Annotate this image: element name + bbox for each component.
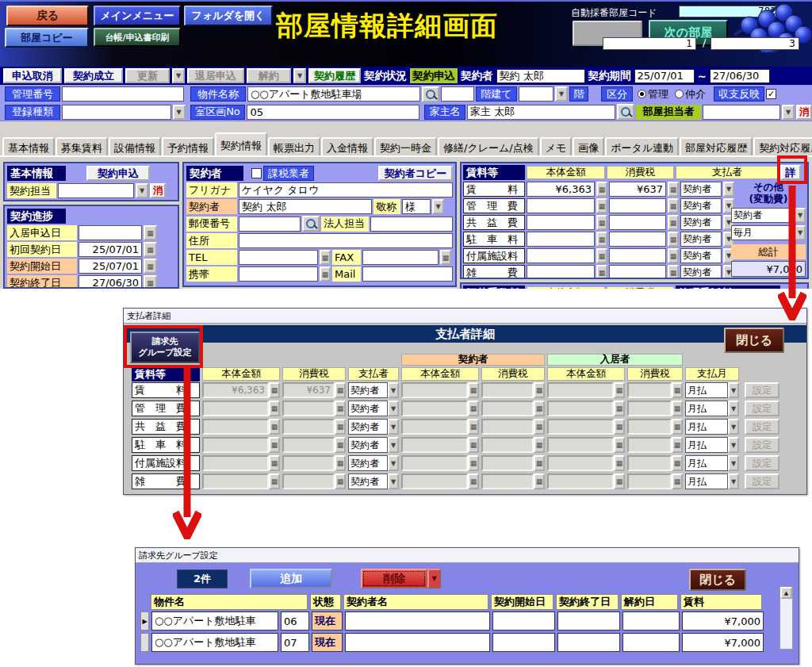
renew-button[interactable]: 更新 bbox=[125, 68, 170, 83]
calc-icon[interactable]: ▦ bbox=[614, 382, 625, 398]
tenant-tax-field[interactable] bbox=[627, 473, 672, 489]
contractor-amount-field[interactable] bbox=[401, 437, 468, 453]
contractor-name-field[interactable]: 契約 太郎 bbox=[496, 69, 585, 83]
tenant-amount-field[interactable] bbox=[547, 437, 614, 453]
property-name-field[interactable]: ○○アパート敷地駐車場 bbox=[247, 86, 420, 102]
calc-icon[interactable]: ▦ bbox=[672, 455, 683, 471]
calc-icon[interactable]: ▦ bbox=[335, 419, 346, 435]
contract-staff-clear-button[interactable]: 消 bbox=[150, 183, 166, 198]
ledger-print-button[interactable]: 台帳/申込書印刷 bbox=[94, 28, 181, 47]
fee-amount-field[interactable]: ¥6,363 bbox=[527, 182, 595, 197]
calc-icon[interactable]: ▦ bbox=[672, 437, 683, 453]
contractor-tax-field[interactable] bbox=[481, 455, 534, 471]
amount-field[interactable] bbox=[202, 437, 269, 453]
tab-image[interactable]: 画像 bbox=[573, 137, 604, 155]
contractor-tax-field[interactable] bbox=[481, 382, 534, 398]
calc-icon[interactable]: ▦ bbox=[668, 182, 679, 197]
table-row[interactable]: ○○アパート敷地駐車 07 現在 ¥7,000 bbox=[140, 633, 764, 652]
contract-staff-field[interactable] bbox=[58, 183, 134, 198]
floor-dropdown-button[interactable]: ▼ bbox=[555, 86, 568, 102]
calc-icon[interactable]: ▦ bbox=[335, 382, 346, 398]
keypad-icon[interactable]: ▦ bbox=[320, 266, 331, 282]
contractor-tax-field[interactable] bbox=[481, 419, 534, 435]
calc-icon[interactable]: ▦ bbox=[668, 198, 679, 213]
calc-icon[interactable]: ▦ bbox=[534, 401, 545, 416]
amount-field[interactable] bbox=[202, 455, 269, 471]
room-staff-clear-button[interactable]: 消 bbox=[796, 105, 812, 120]
division-manage-radio[interactable] bbox=[638, 90, 646, 98]
renew-dropdown-button[interactable]: ▼ bbox=[172, 68, 185, 83]
tab-repair-claim[interactable]: 修繕/クレーム/点検 bbox=[438, 137, 539, 155]
tab-room-history[interactable]: 部屋対応履歴 bbox=[680, 137, 753, 155]
contractor-amount-field[interactable] bbox=[401, 455, 468, 471]
calc-icon[interactable]: ▦ bbox=[269, 473, 280, 489]
contractor-name-field[interactable]: 契約 太郎 bbox=[239, 199, 372, 214]
room-no-field[interactable]: 05 bbox=[247, 105, 419, 120]
contractor-amount-field[interactable] bbox=[401, 382, 468, 398]
scrollbar[interactable]: ▲ bbox=[779, 586, 793, 650]
floors-count-field[interactable] bbox=[441, 86, 474, 102]
honorific-dropdown-button[interactable]: ▼ bbox=[432, 199, 444, 214]
tab-report-output[interactable]: 帳票出力 bbox=[268, 137, 320, 155]
payer-dropdown[interactable]: 契約者 bbox=[680, 265, 722, 279]
payer-dropdown[interactable]: 契約者 bbox=[348, 382, 388, 398]
furigana-field[interactable]: ケイヤク タロウ bbox=[239, 182, 453, 197]
tab-contract-info[interactable]: 契約情報 bbox=[215, 132, 267, 155]
tax-field[interactable] bbox=[282, 437, 335, 453]
keypad-icon[interactable]: ▦ bbox=[440, 250, 451, 265]
calc-icon[interactable]: ▦ bbox=[468, 382, 479, 398]
payer-dropdown[interactable]: 契約者 bbox=[680, 198, 722, 213]
table-row[interactable]: ▶ ○○アパート敷地駐車 06 現在 ¥7,000 bbox=[140, 611, 764, 631]
fee-amount-field[interactable] bbox=[527, 198, 595, 213]
tenant-amount-field[interactable] bbox=[547, 473, 614, 489]
calc-icon[interactable]: ▦ bbox=[672, 382, 683, 398]
payer-dropdown[interactable]: 契約者 bbox=[348, 437, 388, 453]
tenant-tax-field[interactable] bbox=[627, 382, 672, 398]
calc-icon[interactable]: ▦ bbox=[468, 419, 479, 435]
calc-icon[interactable]: ▦ bbox=[468, 401, 479, 416]
contractor-amount-field[interactable] bbox=[401, 419, 468, 435]
taxable-checkbox[interactable] bbox=[251, 168, 262, 178]
calc-icon[interactable]: ▦ bbox=[269, 455, 280, 471]
cancel-application-button[interactable]: 申込取消 bbox=[3, 68, 62, 83]
calc-icon[interactable]: ▦ bbox=[534, 419, 545, 435]
tab-deposit-info[interactable]: 入金情報 bbox=[321, 137, 373, 155]
contract-apply-button[interactable]: 契約申込 bbox=[86, 166, 150, 181]
tab-contract-history[interactable]: 契約対応履歴 bbox=[753, 137, 812, 155]
contract-end-date-field[interactable]: 27/06/30 bbox=[79, 275, 142, 289]
calc-icon[interactable]: ▦ bbox=[672, 401, 683, 416]
calc-icon[interactable]: ▦ bbox=[614, 419, 625, 435]
calc-icon[interactable]: ▦ bbox=[614, 401, 625, 416]
fee-tax-field[interactable] bbox=[609, 232, 666, 247]
payer-dropdown[interactable]: 契約者 bbox=[680, 248, 722, 263]
close-button[interactable]: 閉じる bbox=[689, 569, 746, 591]
calc-icon[interactable]: ▦ bbox=[596, 232, 607, 247]
calendar-icon[interactable]: ▦ bbox=[144, 225, 157, 240]
tab-equipment[interactable]: 設備情報 bbox=[109, 137, 161, 155]
calc-icon[interactable]: ▦ bbox=[269, 419, 280, 435]
tenant-tax-field[interactable] bbox=[627, 437, 672, 453]
tab-contract-lump-sum[interactable]: 契約一時金 bbox=[374, 137, 437, 155]
terminate-button[interactable]: 解約 bbox=[247, 68, 291, 83]
fee-tax-field[interactable]: ¥637 bbox=[609, 182, 666, 197]
payer-dropdown[interactable]: 契約者 bbox=[680, 232, 722, 247]
contractor-amount-field[interactable] bbox=[401, 401, 468, 416]
balance-reflect-checkbox[interactable] bbox=[766, 89, 776, 99]
pay-month-dropdown[interactable]: 月払 bbox=[685, 455, 728, 471]
contractor-tax-field[interactable] bbox=[481, 473, 534, 489]
honorific-field[interactable]: 様 bbox=[402, 199, 431, 214]
pay-month-dropdown[interactable]: 月払 bbox=[685, 437, 728, 453]
period-end-field[interactable]: 27/06/30 bbox=[710, 69, 770, 83]
add-button[interactable]: 追加 bbox=[250, 569, 332, 588]
fee-amount-field[interactable] bbox=[527, 215, 595, 230]
delete-dropdown-button[interactable]: ▼ bbox=[427, 569, 441, 588]
contractor-tax-field[interactable] bbox=[481, 401, 534, 416]
back-button[interactable]: 戻る bbox=[6, 6, 89, 26]
calc-icon[interactable]: ▦ bbox=[668, 248, 679, 263]
calc-icon[interactable]: ▦ bbox=[534, 382, 545, 398]
calc-icon[interactable]: ▦ bbox=[335, 401, 346, 416]
tenant-amount-field[interactable] bbox=[547, 401, 614, 416]
tenant-amount-field[interactable] bbox=[547, 419, 614, 435]
tax-field[interactable] bbox=[282, 455, 335, 471]
calc-icon[interactable]: ▦ bbox=[596, 182, 607, 197]
